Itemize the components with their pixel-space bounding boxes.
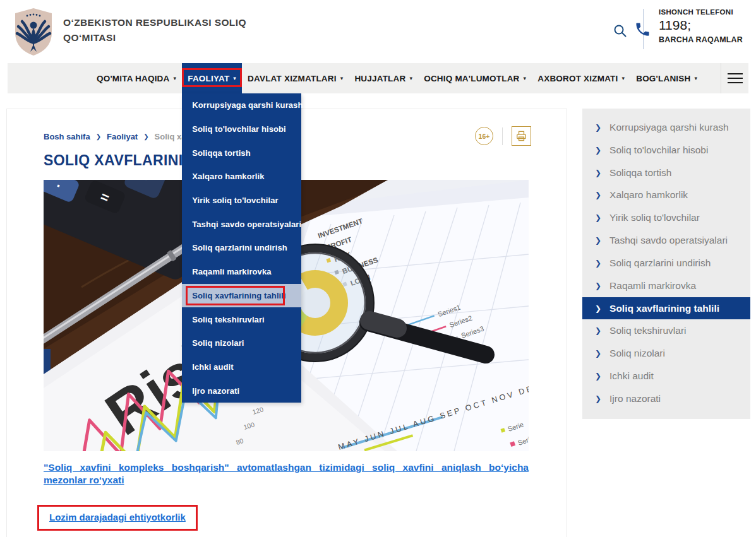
chevron-right-icon: ❯ — [143, 133, 148, 140]
trust-phone-block: ISHONCH TELEFONI 1198; BARCHA RAQAMLAR — [659, 8, 753, 44]
nav-item-faoliyat[interactable]: FAOLIYAT ▾ Korrupsiyaga qarshi kurash So… — [182, 63, 242, 93]
search-button[interactable] — [613, 23, 628, 38]
chevron-right-icon: ❯ — [595, 236, 601, 245]
chevron-down-icon: ▾ — [174, 75, 177, 81]
breadcrumb-faoliyat[interactable]: Faoliyat — [107, 132, 138, 141]
document-link[interactable]: "Soliq xavfini kompleks boshqarish" avto… — [44, 461, 529, 487]
sidebar-item-soliq-nizolari[interactable]: ❯ Soliq nizolari — [582, 342, 750, 365]
agency-logo[interactable] — [11, 6, 56, 57]
sidebar-item-soliq-xavflarining-tahlili[interactable]: ❯ Soliq xavflarining tahlili — [582, 297, 750, 320]
menu-item-soliq-tolovchilar-hisobi[interactable]: Soliq to'lovchilar hisobi — [182, 117, 301, 141]
nav-item-hujjatlar[interactable]: HUJJATLAR ▾ — [349, 63, 418, 93]
section-sidebar: ❯ Korrupsiyaga qarshi kurash ❯ Soliq to'… — [582, 109, 750, 419]
trust-phone-number[interactable]: 1198; — [659, 18, 753, 33]
chevron-down-icon: ▾ — [340, 75, 344, 81]
menu-item-soliq-xavflarining-tahlili[interactable]: Soliq xavflarining tahlili — [182, 284, 301, 308]
sidebar-item-ichki-audit[interactable]: ❯ Ichki audit — [582, 365, 750, 387]
phone-icon — [634, 21, 651, 38]
nav-item-boglanish[interactable]: BOG'LANISH ▾ — [630, 63, 703, 93]
badge-divider — [502, 127, 503, 145]
eagle-emblem-icon — [11, 6, 56, 57]
chevron-down-icon: ▾ — [524, 75, 527, 81]
menu-item-tashqi-savdo-operatsiyalari[interactable]: Tashqi savdo operatsiyalari — [182, 212, 301, 236]
menu-item-korrupsiyaga-qarshi-kurash[interactable]: Korrupsiyaga qarshi kurash — [182, 93, 301, 117]
nav-item-davlat-xizmatlari[interactable]: DAVLAT XIZMATLARI ▾ — [242, 63, 349, 93]
menu-item-xalqaro-hamkorlik[interactable]: Xalqaro hamkorlik — [182, 165, 301, 189]
chevron-right-icon: ❯ — [595, 349, 601, 358]
chevron-right-icon: ❯ — [595, 146, 601, 155]
chevron-right-icon: ❯ — [595, 281, 601, 290]
chevron-down-icon: ▾ — [409, 75, 412, 81]
sidebar-item-soliqqa-tortish[interactable]: ❯ Soliqqa tortish — [582, 162, 750, 184]
hamburger-menu-button[interactable] — [721, 63, 748, 93]
chevron-right-icon: ❯ — [595, 168, 601, 177]
trust-phone-label: ISHONCH TELEFONI — [659, 8, 753, 16]
search-icon — [613, 23, 628, 38]
sidebar-item-yirik-soliq-tolovchilar[interactable]: ❯ Yirik soliq to'lovchilar — [582, 206, 750, 229]
menu-item-soliq-tekshiruvlari[interactable]: Soliq tekshiruvlari — [182, 307, 301, 331]
menu-item-raqamli-markirovka[interactable]: Raqamli markirovka — [182, 260, 301, 284]
menu-item-ichki-audit[interactable]: Ichki audit — [182, 355, 301, 379]
chevron-down-icon: ▾ — [694, 75, 697, 81]
nav-item-ochiq-malumotlar[interactable]: OCHIQ MA'LUMOTLAR ▾ — [418, 63, 532, 93]
breadcrumb-home[interactable]: Bosh sahifa — [44, 132, 90, 141]
annotation-highlight-box: Lozim darajadagi ehtiyotkorlik — [37, 505, 198, 531]
chevron-right-icon: ❯ — [96, 133, 101, 140]
chevron-right-icon: ❯ — [595, 394, 601, 403]
age-rating-badge: 16+ — [475, 127, 493, 145]
chevron-right-icon: ❯ — [595, 191, 601, 199]
chevron-right-icon: ❯ — [595, 259, 601, 268]
chevron-right-icon: ❯ — [595, 372, 601, 381]
main-nav: QO'MITA HAQIDA ▾ FAOLIYAT ▾ Korrupsiyaga… — [8, 63, 748, 93]
chevron-right-icon: ❯ — [595, 326, 601, 335]
faoliyat-dropdown-menu: Korrupsiyaga qarshi kurash Soliq to'lovc… — [182, 93, 301, 403]
chevron-down-icon: ▾ — [622, 75, 625, 81]
page: OʻZBEKISTON RESPUBLIKASI SOLIQ QOʻMITASI… — [0, 0, 756, 537]
org-name: OʻZBEKISTON RESPUBLIKASI SOLIQ QOʻMITASI — [63, 15, 259, 45]
printer-icon — [515, 130, 527, 142]
chevron-down-icon: ▾ — [233, 75, 236, 81]
menu-item-yirik-soliq-tolovchilar[interactable]: Yirik soliq to'lovchilar — [182, 189, 301, 213]
sidebar-item-soliq-qarzlarini-undirish[interactable]: ❯ Soliq qarzlarini undirish — [582, 252, 750, 274]
chevron-right-icon: ❯ — [595, 213, 601, 222]
all-numbers-link[interactable]: BARCHA RAQAMLAR — [659, 35, 753, 44]
sidebar-item-xalqaro-hamkorlik[interactable]: ❯ Xalqaro hamkorlik — [582, 184, 750, 206]
page-badges: 16+ — [475, 126, 531, 146]
chevron-right-icon: ❯ — [595, 123, 601, 132]
header: OʻZBEKISTON RESPUBLIKASI SOLIQ QOʻMITASI… — [0, 0, 756, 63]
sidebar-item-ijro-nazorati[interactable]: ❯ Ijro nazorati — [582, 387, 750, 410]
print-button[interactable] — [512, 126, 531, 146]
sidebar-item-soliq-tolovchilar-hisobi[interactable]: ❯ Soliq to'lovchilar hisobi — [582, 139, 750, 162]
sidebar-item-raqamli-markirovka[interactable]: ❯ Raqamli markirovka — [582, 274, 750, 297]
menu-item-soliq-nizolari[interactable]: Soliq nizolari — [182, 331, 301, 355]
nav-item-qomita-haqida[interactable]: QO'MITA HAQIDA ▾ — [91, 63, 182, 93]
nav-item-axborot-xizmati[interactable]: AXBOROT XIZMATI ▾ — [532, 63, 630, 93]
menu-item-soliq-qarzlarini-undirish[interactable]: Soliq qarzlarini undirish — [182, 236, 301, 260]
hamburger-icon — [728, 73, 743, 74]
sidebar-item-korrupsiyaga-qarshi-kurash[interactable]: ❯ Korrupsiyaga qarshi kurash — [582, 116, 750, 139]
menu-item-ijro-nazorati[interactable]: Ijro nazorati — [182, 379, 301, 403]
chevron-right-icon: ❯ — [595, 304, 601, 313]
sidebar-item-soliq-tekshiruvlari[interactable]: ❯ Soliq tekshiruvlari — [582, 319, 750, 342]
sidebar-item-tashqi-savdo-operatsiyalari[interactable]: ❯ Tashqi savdo operatsiyalari — [582, 229, 750, 252]
lozim-darajadagi-ehtiyotkorlik-link[interactable]: Lozim darajadagi ehtiyotkorlik — [49, 512, 186, 522]
menu-item-soliqqa-tortish[interactable]: Soliqqa tortish — [182, 141, 301, 165]
phone-button[interactable] — [634, 21, 651, 38]
